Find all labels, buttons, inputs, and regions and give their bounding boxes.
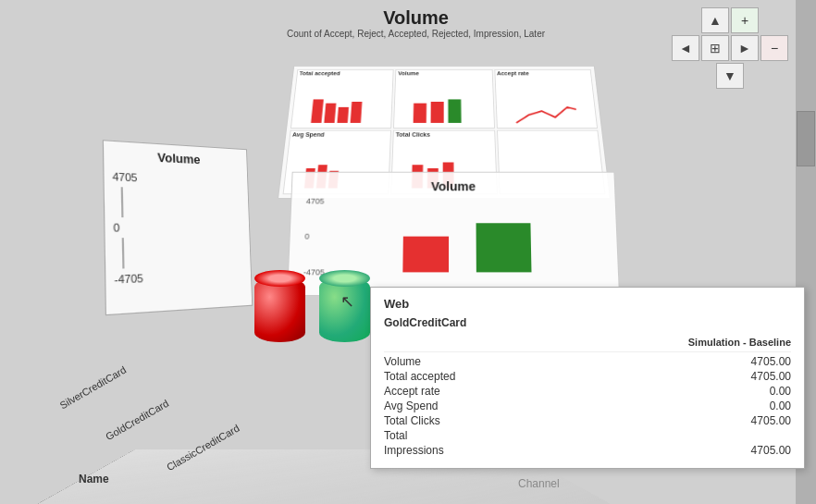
mini-chart-body-0 xyxy=(291,77,393,128)
mini-chart-body-1 xyxy=(394,77,493,128)
mini-chart-total-accepted: Total accepted xyxy=(291,69,394,129)
tooltip-value-2: 0.00 xyxy=(770,385,791,398)
y-axis-mid: 0 xyxy=(304,232,326,241)
left-panel: Volume 4705 0 -4705 xyxy=(103,140,253,315)
cursor-icon: ↖ xyxy=(340,291,354,312)
left-panel-title: Volume xyxy=(112,147,241,168)
center-chart-body: 4705 0 -4705 xyxy=(296,197,611,277)
tooltip-label-2: Accept rate xyxy=(384,385,440,398)
tooltip-divider xyxy=(384,351,791,352)
left-panel-values: 4705 0 -4705 xyxy=(112,170,243,285)
tooltip-label-0: Volume xyxy=(384,355,421,368)
tooltip-row-2: Accept rate 0.00 xyxy=(384,385,791,398)
mini-chart-title-0: Total accepted xyxy=(297,70,393,77)
y-axis-top: 4705 xyxy=(306,197,328,205)
tooltip-value-4: 4705.00 xyxy=(751,414,791,427)
left-panel-row-1: 4705 xyxy=(112,170,241,187)
mini-chart-volume: Volume xyxy=(393,69,494,129)
left-panel-value-1: 4705 xyxy=(112,170,137,183)
tooltip-header: Web xyxy=(384,297,791,311)
tooltip-value-1: 4705.00 xyxy=(751,370,791,383)
tooltip-popup: Web GoldCreditCard Simulation - Baseline… xyxy=(370,287,805,469)
floor-label-channel: Channel xyxy=(518,477,560,490)
tooltip-row-1: Total accepted 4705.00 xyxy=(384,370,791,383)
tooltip-label-1: Total accepted xyxy=(384,370,455,383)
page-subtitle: Count of Accept, Reject, Accepted, Rejec… xyxy=(287,29,545,39)
center-bars xyxy=(402,202,531,273)
svg-rect-6 xyxy=(449,99,462,122)
tooltip-row-4: Total Clicks 4705.00 xyxy=(384,414,791,427)
floor-label-gold: GoldCreditCard xyxy=(104,398,170,443)
tooltip-label-3: Avg Spend xyxy=(384,400,439,412)
tooltip-row-0: Volume 4705.00 xyxy=(384,355,791,368)
cylinder-red xyxy=(254,277,305,342)
left-panel-row-2: 0 xyxy=(113,221,242,233)
svg-rect-5 xyxy=(431,102,444,123)
scene-container: Volume Count of Accept, Reject, Accepted… xyxy=(0,0,796,504)
mini-chart-title-2: Accept rate xyxy=(495,70,591,77)
svg-rect-4 xyxy=(414,103,427,122)
center-chart-title: Volume xyxy=(299,179,607,193)
mini-chart-accept-rate: Accept rate xyxy=(494,69,598,129)
left-panel-value-2: 0 xyxy=(113,221,119,233)
tooltip-row-6: Impressions 4705.00 xyxy=(384,444,791,457)
svg-rect-1 xyxy=(324,103,336,122)
mini-chart-body-2 xyxy=(495,77,597,128)
mini-chart-title-3: Avg Spend xyxy=(291,130,391,138)
mini-chart-title-4: Total Clicks xyxy=(394,130,494,138)
floor-label-name: Name xyxy=(79,473,109,486)
left-panel-value-3: -4705 xyxy=(114,272,142,286)
tooltip-row-3: Avg Spend 0.00 xyxy=(384,400,791,412)
tooltip-label-4: Total Clicks xyxy=(384,414,440,427)
tooltip-label-6: Impressions xyxy=(384,444,444,457)
left-panel-row-3: -4705 xyxy=(114,268,243,285)
floor-label-silver: SilverCreditCard xyxy=(57,364,128,412)
tooltip-subheader: GoldCreditCard xyxy=(384,316,791,329)
scrollbar-handle[interactable] xyxy=(797,111,815,166)
bar-green xyxy=(476,223,532,272)
tooltip-row-5: Total xyxy=(384,429,791,442)
svg-rect-3 xyxy=(351,102,363,123)
tooltip-column-header: Simulation - Baseline xyxy=(384,337,791,348)
tooltip-value-3: 0.00 xyxy=(770,400,791,412)
svg-rect-0 xyxy=(311,99,324,122)
svg-rect-2 xyxy=(337,106,349,122)
tooltip-label-5: Total xyxy=(384,429,407,442)
mini-chart-title-1: Volume xyxy=(396,70,491,77)
tooltip-value-6: 4705.00 xyxy=(751,444,791,457)
bar-red xyxy=(402,237,449,273)
page-title: Volume xyxy=(287,7,545,29)
volume-title-area: Volume Count of Accept, Reject, Accepted… xyxy=(287,7,545,39)
tooltip-value-0: 4705.00 xyxy=(751,355,791,368)
